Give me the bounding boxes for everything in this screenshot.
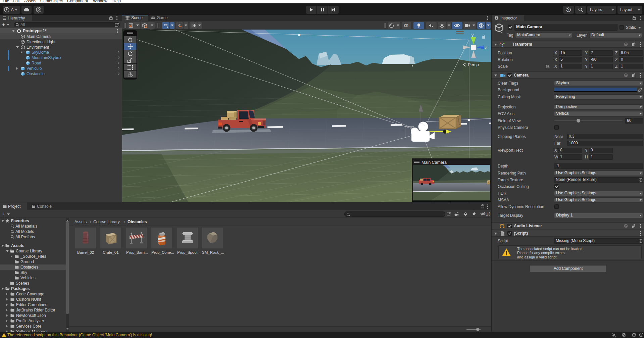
svg-text:z: z xyxy=(485,45,487,50)
svg-text:Persp: Persp xyxy=(468,62,479,67)
svg-text:Y: Y xyxy=(167,26,168,28)
svg-text:Main Camera: Main Camera xyxy=(422,160,447,165)
svg-text:9: 9 xyxy=(568,9,569,12)
